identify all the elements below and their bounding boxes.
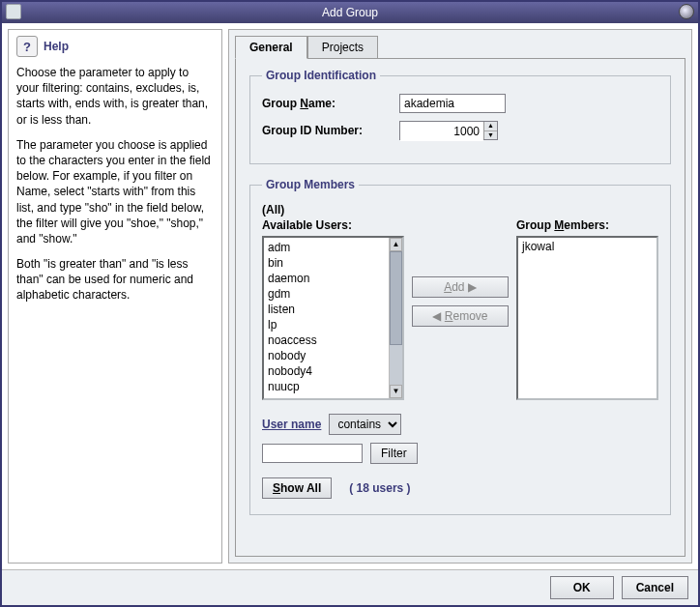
content-panel: General Projects Group Identification Gr…	[228, 29, 692, 564]
group-members: Group Members (All) Available Users: adm…	[249, 178, 671, 515]
ok-button[interactable]: OK	[550, 576, 614, 599]
help-text-3: Both "is greater than" and "is less than…	[16, 256, 214, 304]
filter-field-row: User name contains	[262, 414, 658, 435]
help-text-1: Choose the parameter to apply to your fi…	[16, 65, 214, 128]
tab-general-label: General	[249, 41, 293, 54]
filter-value-row: Filter	[262, 443, 658, 464]
transfer-buttons: Add ▶ ◀ Remove	[412, 218, 509, 327]
scroll-up-icon[interactable]: ▲	[390, 238, 402, 251]
group-identification-legend: Group Identification	[262, 69, 380, 82]
tabs: General Projects	[235, 36, 685, 59]
window-body: ? Help Choose the parameter to apply to …	[2, 23, 698, 605]
remove-button[interactable]: ◀ Remove	[412, 305, 509, 327]
spinner-buttons: ▲ ▼	[483, 122, 497, 139]
add-button[interactable]: Add ▶	[412, 276, 509, 298]
titlebar[interactable]: Add Group	[2, 2, 698, 23]
available-users-list[interactable]: admbindaemongdmlistenlpnoaccessnobodynob…	[262, 236, 404, 400]
chevron-right-icon: ▶	[468, 280, 477, 294]
group-identification: Group Identification Group Name: Group I…	[249, 69, 671, 164]
scroll-down-icon[interactable]: ▼	[390, 385, 402, 398]
filter-value-input[interactable]	[262, 444, 363, 463]
list-item[interactable]: nobody	[268, 348, 385, 363]
scrollbar-thumb[interactable]	[390, 251, 402, 345]
tab-general[interactable]: General	[235, 36, 307, 59]
list-item[interactable]: noaccess	[268, 332, 385, 348]
list-item[interactable]: adm	[268, 240, 385, 255]
filter-button[interactable]: Filter	[370, 443, 418, 464]
help-text-2: The parameter you choose is applied to t…	[16, 137, 214, 246]
group-name-label: Group Name:	[262, 97, 388, 110]
list-item[interactable]: nuucp	[268, 379, 385, 394]
group-name-input[interactable]	[399, 94, 506, 113]
list-item[interactable]: nobody4	[268, 363, 385, 379]
show-all-button[interactable]: Show All	[262, 477, 332, 499]
scrollbar-track[interactable]	[390, 251, 402, 385]
group-members-legend: Group Members	[262, 178, 359, 191]
members-column: Group Members: jkowal	[516, 218, 658, 400]
available-label: Available Users:	[262, 218, 404, 232]
tab-projects-label: Projects	[322, 41, 364, 54]
filter-op-select[interactable]: contains	[329, 414, 401, 435]
cancel-button[interactable]: Cancel	[622, 576, 688, 599]
members-grid: Available Users: admbindaemongdmlistenlp…	[262, 218, 658, 400]
window-title: Add Group	[322, 6, 378, 19]
group-name-row: Group Name:	[262, 94, 658, 113]
available-users-items[interactable]: admbindaemongdmlistenlpnoaccessnobodynob…	[264, 238, 389, 398]
help-icon: ?	[16, 36, 38, 57]
group-id-label: Group ID Number:	[262, 124, 388, 137]
all-label: (All)	[262, 203, 658, 217]
help-heading: Help	[44, 40, 69, 53]
available-column: Available Users: admbindaemongdmlistenlp…	[262, 218, 404, 400]
spinner-down-icon[interactable]: ▼	[484, 131, 497, 140]
group-id-input[interactable]	[400, 122, 483, 141]
current-members-label: Group Members:	[516, 218, 658, 232]
filter-field-label: User name	[262, 418, 321, 431]
current-members-list[interactable]: jkowal	[516, 236, 658, 400]
chevron-left-icon: ◀	[432, 309, 441, 323]
add-group-window: Add Group ? Help Choose the parameter to…	[0, 0, 700, 607]
scrollbar[interactable]: ▲ ▼	[389, 238, 402, 398]
group-id-spinner[interactable]: ▲ ▼	[399, 121, 498, 140]
list-item[interactable]: jkowal	[522, 240, 653, 253]
tab-projects[interactable]: Projects	[307, 36, 378, 59]
tab-content: Group Identification Group Name: Group I…	[235, 58, 685, 557]
help-panel: ? Help Choose the parameter to apply to …	[8, 29, 222, 564]
main-area: ? Help Choose the parameter to apply to …	[2, 23, 698, 569]
close-icon[interactable]	[679, 4, 694, 19]
list-item[interactable]: bin	[268, 255, 385, 271]
showall-row: Show All ( 18 users )	[262, 477, 658, 499]
help-header: ? Help	[16, 36, 214, 57]
dialog-footer: OK Cancel	[2, 569, 698, 605]
list-item[interactable]: gdm	[268, 286, 385, 302]
group-id-row: Group ID Number: ▲ ▼	[262, 121, 658, 140]
users-count: ( 18 users )	[349, 481, 410, 495]
list-item[interactable]: daemon	[268, 271, 385, 286]
spinner-up-icon[interactable]: ▲	[484, 122, 497, 131]
list-item[interactable]: lp	[268, 317, 385, 332]
list-item[interactable]: listen	[268, 302, 385, 317]
app-icon	[6, 4, 21, 19]
